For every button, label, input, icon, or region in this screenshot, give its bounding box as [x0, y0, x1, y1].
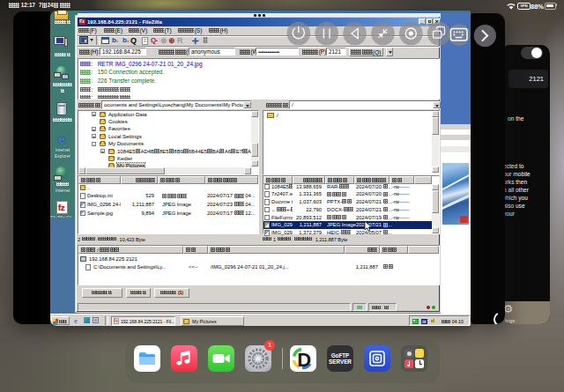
svg-text:D: D: [297, 349, 311, 371]
